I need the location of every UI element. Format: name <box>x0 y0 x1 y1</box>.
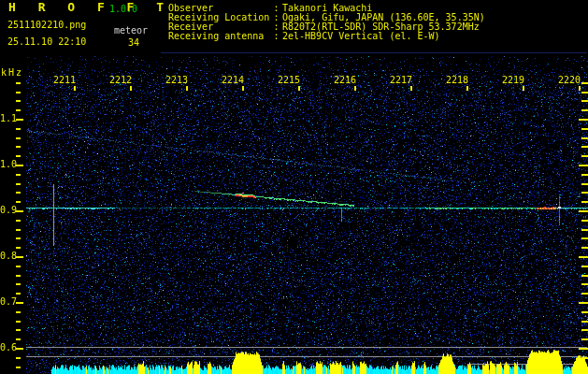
output-filename: 2511102210.png <box>7 21 86 30</box>
meteor-counter-label: meteor <box>114 26 148 36</box>
freq-tick-label: 0.7 <box>0 297 15 307</box>
header-row-antenna: Receiving antenna:2el-HB9CV Vertical (el… <box>168 32 440 41</box>
time-tick-label: 2215 <box>278 76 300 85</box>
datetime-stamp: 25.11.10 22:10 <box>7 37 86 47</box>
header-value: 2el-HB9CV Vertical (el. E-W) <box>282 31 440 41</box>
freq-tick-label: 1.0 <box>0 160 15 169</box>
meteor-count: 34 <box>128 38 139 48</box>
header-separator: : <box>270 32 282 41</box>
freq-tick-label: 0.6 <box>0 343 15 352</box>
time-tick-label: 2218 <box>446 76 468 85</box>
time-tick-label: 2212 <box>109 76 132 85</box>
freq-tick-label: 0.9 <box>0 206 15 215</box>
app-version: 1.0.0 <box>109 5 137 14</box>
time-tick-label: 2213 <box>165 76 188 85</box>
time-tick-label: 2217 <box>390 76 412 85</box>
freq-axis-unit: kHz <box>1 68 23 78</box>
hrofft-screenshot: H R O F F T 1.0.0 2511102210.png meteor … <box>0 0 588 374</box>
spectrogram-canvas <box>0 0 588 374</box>
freq-tick-label: 0.8 <box>0 252 15 261</box>
freq-tick-label: 1.1 <box>0 114 15 123</box>
time-tick-label: 2220 <box>558 76 581 85</box>
header-label: Receiving antenna <box>168 32 270 41</box>
time-tick-label: 2211 <box>53 76 76 85</box>
time-tick-label: 2219 <box>502 76 524 85</box>
app-title: H R O F F T <box>8 3 171 12</box>
time-tick-label: 2214 <box>222 76 244 85</box>
time-tick-label: 2216 <box>334 76 356 85</box>
